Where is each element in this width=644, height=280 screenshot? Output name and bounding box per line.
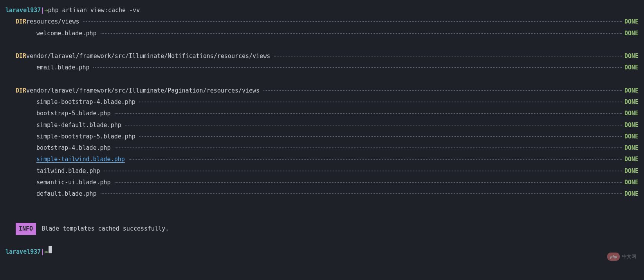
status-done: DONE xyxy=(624,108,639,119)
dir-row: DIR resources/viewsDONE xyxy=(5,16,639,27)
dots-filler xyxy=(115,147,622,148)
dots-filler xyxy=(115,113,622,114)
dots-filler xyxy=(129,159,622,160)
blank-line xyxy=(5,235,639,246)
status-done: DONE xyxy=(624,131,639,142)
status-done: DONE xyxy=(624,177,639,188)
prompt-arrow-icon: ⇒ xyxy=(44,246,48,258)
status-done: DONE xyxy=(624,165,639,177)
status-done: DONE xyxy=(624,120,639,131)
dots-filler xyxy=(83,21,622,22)
blank-line xyxy=(5,211,639,223)
dots-filler xyxy=(93,67,622,68)
file-row: semantic-ui.blade.phpDONE xyxy=(5,177,639,188)
blank-line xyxy=(5,200,639,211)
dots-filler xyxy=(139,136,622,137)
dir-path: resources/views xyxy=(26,16,79,27)
terminal-output: laravel937|⇒ php artisan view:cache -vvD… xyxy=(5,5,639,258)
cursor-icon xyxy=(49,246,52,253)
dots-filler xyxy=(115,182,622,183)
prompt-host: laravel937 xyxy=(5,5,41,16)
file-name: tailwind.blade.php xyxy=(5,165,100,177)
status-done: DONE xyxy=(624,188,639,200)
prompt-arrow-icon: ⇒ xyxy=(44,5,48,16)
prompt-separator: | xyxy=(41,246,44,258)
info-badge: INFO xyxy=(16,223,36,235)
file-row: welcome.blade.phpDONE xyxy=(5,28,639,39)
file-name: simple-default.blade.php xyxy=(5,120,121,131)
status-done: DONE xyxy=(624,85,639,96)
file-name: bootstrap-4.blade.php xyxy=(5,142,111,154)
dots-filler xyxy=(101,193,622,194)
file-row: default.blade.phpDONE xyxy=(5,188,639,200)
dots-filler xyxy=(104,171,622,171)
status-done: DONE xyxy=(624,16,639,27)
dots-filler xyxy=(125,125,622,125)
file-row: bootstrap-5.blade.phpDONE xyxy=(5,108,639,119)
status-done: DONE xyxy=(624,51,639,62)
file-row: email.blade.phpDONE xyxy=(5,62,639,73)
file-row: simple-bootstrap-5.blade.phpDONE xyxy=(5,131,639,142)
blank-line xyxy=(5,74,639,85)
dir-label: DIR xyxy=(5,85,26,96)
info-message: Blade templates cached successfully. xyxy=(41,223,169,235)
status-done: DONE xyxy=(624,62,639,73)
file-name: email.blade.php xyxy=(5,62,89,73)
blank-line xyxy=(5,39,639,51)
dir-row: DIR vendor/laravel/framework/src/Illumin… xyxy=(5,85,639,96)
file-name: simple-bootstrap-4.blade.php xyxy=(5,96,135,108)
file-name: bootstrap-5.blade.php xyxy=(5,108,111,119)
dots-filler xyxy=(101,33,622,34)
prompt-line-command[interactable]: laravel937|⇒ php artisan view:cache -vv xyxy=(5,5,639,16)
file-row: simple-tailwind.blade.phpDONE xyxy=(5,154,639,165)
file-row: simple-default.blade.phpDONE xyxy=(5,120,639,131)
info-line: INFOBlade templates cached successfully. xyxy=(5,223,639,235)
file-row: simple-bootstrap-4.blade.phpDONE xyxy=(5,96,639,108)
file-row: bootstrap-4.blade.phpDONE xyxy=(5,142,639,154)
file-name: welcome.blade.php xyxy=(5,28,97,39)
file-name: semantic-ui.blade.php xyxy=(5,177,111,188)
dots-filler xyxy=(263,90,622,91)
status-done: DONE xyxy=(624,142,639,154)
status-done: DONE xyxy=(624,154,639,165)
file-name: simple-bootstrap-5.blade.php xyxy=(5,131,135,142)
dir-row: DIR vendor/laravel/framework/src/Illumin… xyxy=(5,51,639,62)
dir-path: vendor/laravel/framework/src/Illuminate/… xyxy=(26,51,270,62)
file-row: tailwind.blade.phpDONE xyxy=(5,165,639,177)
status-done: DONE xyxy=(624,28,639,39)
file-name: default.blade.php xyxy=(5,188,97,200)
command-text: php artisan view:cache -vv xyxy=(48,5,140,16)
dir-path: vendor/laravel/framework/src/Illuminate/… xyxy=(26,85,260,96)
dir-label: DIR xyxy=(5,51,26,62)
dots-filler xyxy=(274,56,622,56)
status-done: DONE xyxy=(624,96,639,108)
prompt-host: laravel937 xyxy=(5,246,41,258)
dots-filler xyxy=(139,102,622,102)
dir-label: DIR xyxy=(5,16,26,27)
file-link[interactable]: simple-tailwind.blade.php xyxy=(5,154,125,165)
prompt-line-idle[interactable]: laravel937|⇒ xyxy=(5,246,639,258)
prompt-separator: | xyxy=(41,5,44,16)
